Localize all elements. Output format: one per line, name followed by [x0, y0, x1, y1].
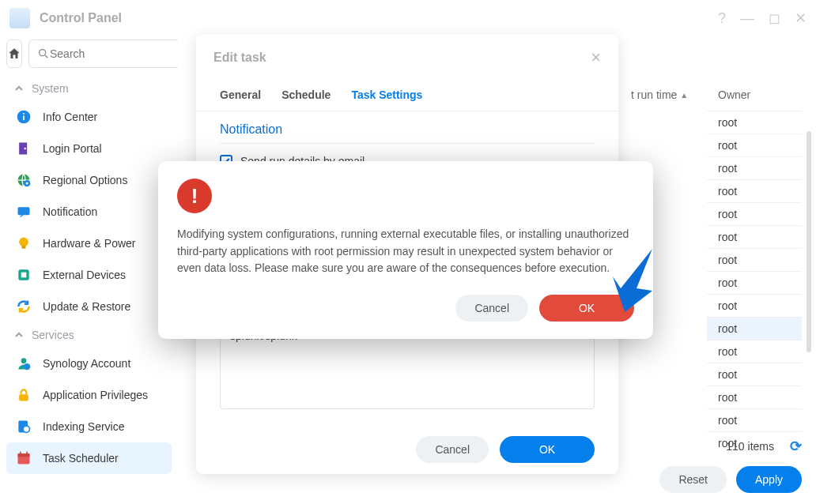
- info-icon: [16, 109, 32, 125]
- sidebar-item-label: Indexing Service: [43, 420, 125, 433]
- search-icon: [37, 47, 50, 60]
- row-count: 110 items: [726, 440, 774, 453]
- chat-icon: [16, 204, 32, 220]
- sidebar-item-indexing-service[interactable]: Indexing Service: [6, 411, 172, 442]
- group-header-services[interactable]: Services: [6, 322, 172, 348]
- close-icon[interactable]: ✕: [795, 11, 807, 25]
- sidebar-item-application-privileges[interactable]: Application Privileges: [6, 379, 172, 411]
- column-label: Owner: [718, 88, 750, 101]
- home-icon: [7, 47, 21, 61]
- table-row[interactable]: root: [707, 202, 802, 225]
- group-header-system[interactable]: System: [6, 76, 172, 101]
- warn-ok-button[interactable]: OK: [539, 295, 634, 322]
- titlebar: Control Panel ? — ◻ ✕: [0, 0, 816, 36]
- svg-point-18: [23, 426, 29, 432]
- sidebar-item-label: External Devices: [43, 269, 126, 281]
- scrollbar[interactable]: [807, 131, 811, 352]
- table-row[interactable]: root: [707, 248, 802, 271]
- sidebar-item-label: Regional Options: [43, 174, 127, 186]
- owner-column-rows: rootrootrootrootrootrootrootrootrootroot…: [707, 111, 802, 454]
- sidebar-item-label: Update & Restore: [43, 300, 130, 313]
- warning-text: Modifying system configurations, running…: [177, 226, 634, 277]
- svg-point-0: [40, 50, 46, 56]
- svg-rect-11: [22, 246, 26, 248]
- table-row[interactable]: root: [707, 134, 802, 156]
- sidebar-item-synology-account[interactable]: Synology Account: [6, 348, 172, 379]
- sidebar-item-label: Hardware & Power: [43, 237, 136, 250]
- warning-dialog: ! Modifying system configurations, runni…: [158, 161, 653, 339]
- dialog-title: Edit task: [213, 51, 591, 65]
- home-button[interactable]: [6, 39, 22, 68]
- sidebar: System Info Center Login Portal Regional…: [0, 36, 178, 504]
- chevron-up-icon: [14, 330, 24, 340]
- minimize-icon[interactable]: —: [740, 11, 754, 25]
- sidebar-item-label: Login Portal: [43, 142, 102, 155]
- svg-rect-16: [19, 394, 28, 401]
- apply-button[interactable]: Apply: [736, 466, 802, 493]
- window-title: Control Panel: [40, 11, 718, 25]
- svg-rect-9: [18, 207, 30, 215]
- sidebar-item-regional-options[interactable]: Regional Options: [6, 164, 172, 196]
- sidebar-item-label: Synology Account: [43, 357, 130, 370]
- sidebar-item-label: Application Privileges: [43, 389, 148, 401]
- svg-point-10: [19, 238, 28, 247]
- sidebar-item-task-scheduler[interactable]: Task Scheduler: [6, 442, 172, 474]
- dialog-close-icon[interactable]: ×: [591, 47, 601, 68]
- svg-rect-20: [18, 453, 30, 457]
- column-label: t run time: [631, 88, 677, 101]
- sidebar-item-login-portal[interactable]: Login Portal: [6, 133, 172, 164]
- tab-schedule[interactable]: Schedule: [281, 81, 331, 111]
- sidebar-item-hardware-power[interactable]: Hardware & Power: [6, 228, 172, 259]
- tab-general[interactable]: General: [220, 81, 261, 111]
- tab-task-settings[interactable]: Task Settings: [351, 81, 422, 111]
- column-header-owner[interactable]: Owner: [707, 79, 802, 111]
- help-icon[interactable]: ?: [718, 11, 726, 25]
- sort-asc-icon: ▲: [680, 91, 688, 100]
- sidebar-item-info-center[interactable]: Info Center: [6, 101, 172, 133]
- table-header: t run time▲ Owner: [620, 79, 802, 111]
- sidebar-item-label: Task Scheduler: [43, 452, 119, 465]
- search-input[interactable]: [50, 47, 178, 60]
- bulb-icon: [16, 235, 32, 251]
- svg-rect-22: [26, 452, 28, 455]
- table-row[interactable]: root: [707, 340, 802, 363]
- table-row[interactable]: root: [707, 363, 802, 386]
- table-row[interactable]: root: [707, 111, 802, 134]
- maximize-icon[interactable]: ◻: [769, 11, 780, 25]
- reset-button[interactable]: Reset: [659, 466, 727, 493]
- table-footer: 110 items ⟳: [726, 438, 802, 455]
- group-label: Services: [32, 329, 74, 341]
- section-heading: Notification: [220, 122, 595, 144]
- device-icon: [16, 267, 32, 283]
- door-icon: [16, 141, 32, 156]
- globe-icon: [16, 172, 32, 188]
- table-row[interactable]: root: [707, 179, 802, 202]
- table-row[interactable]: root: [707, 317, 802, 340]
- table-row[interactable]: root: [707, 408, 802, 431]
- calendar-icon: [16, 450, 32, 466]
- sidebar-item-update-restore[interactable]: Update & Restore: [6, 291, 172, 322]
- svg-rect-3: [23, 115, 25, 120]
- svg-rect-4: [23, 113, 25, 115]
- sidebar-item-label: Info Center: [43, 111, 97, 123]
- table-row[interactable]: root: [707, 271, 802, 294]
- table-row[interactable]: root: [707, 386, 802, 408]
- svg-point-15: [24, 363, 30, 370]
- table-row[interactable]: root: [707, 225, 802, 248]
- sidebar-item-notification[interactable]: Notification: [6, 196, 172, 228]
- svg-rect-21: [20, 452, 21, 455]
- dialog-tabs: General Schedule Task Settings: [196, 81, 618, 111]
- warn-cancel-button[interactable]: Cancel: [455, 295, 528, 322]
- column-header-runtime[interactable]: t run time▲: [620, 79, 707, 111]
- lock-icon: [16, 387, 32, 403]
- table-row[interactable]: root: [707, 294, 802, 317]
- user-icon: [16, 355, 32, 371]
- edit-ok-button[interactable]: OK: [500, 436, 595, 463]
- chevron-up-icon: [14, 84, 24, 93]
- refresh-icon: [16, 299, 32, 314]
- sidebar-item-external-devices[interactable]: External Devices: [6, 259, 172, 291]
- table-row[interactable]: root: [707, 156, 802, 179]
- search-input-wrap[interactable]: [28, 39, 178, 68]
- edit-cancel-button[interactable]: Cancel: [416, 436, 489, 463]
- refresh-button[interactable]: ⟳: [790, 438, 802, 455]
